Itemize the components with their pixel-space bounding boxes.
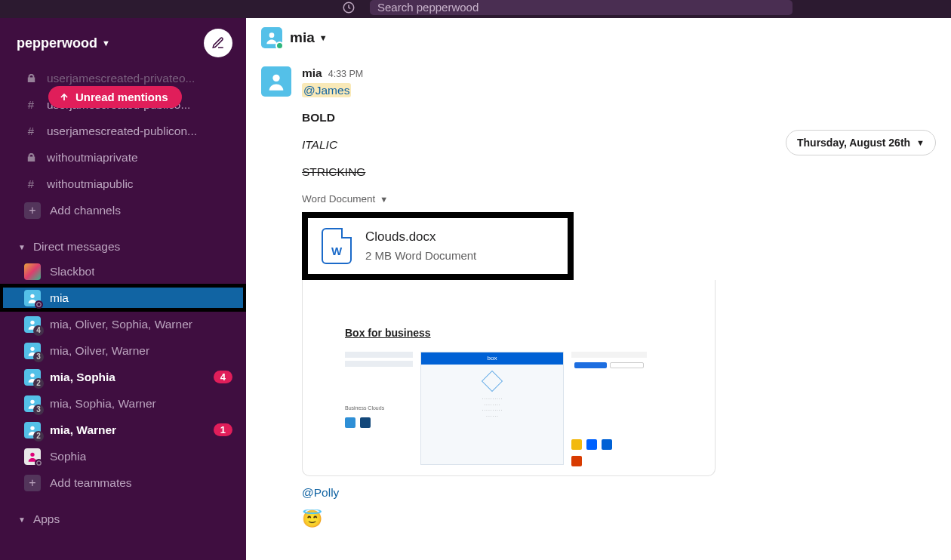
channel-item[interactable]: # withoutmiapublic [0,171,246,197]
date-divider[interactable]: Thursday, August 26th ▼ [786,130,936,155]
dm-name: mia, Oilver, Warner [50,344,149,358]
hash-icon: # [24,177,38,190]
strike-text: STRICKING [302,163,936,181]
svg-point-8 [269,32,275,38]
dm-item-sophia[interactable]: Sophia [0,443,246,469]
message-timestamp[interactable]: 4:33 PM [328,69,364,79]
plus-icon: + [24,202,41,219]
bold-text: BOLD [302,109,936,127]
avatar: 2 [24,369,41,386]
caret-down-icon: ▼ [18,515,26,524]
compose-button[interactable] [204,29,232,57]
search-input[interactable]: Search pepperwood [370,0,792,15]
word-doc-icon: W [322,228,352,264]
dm-name: mia [50,291,69,305]
conversation-header: mia ▼ [246,18,951,57]
add-teammates-button[interactable]: + Add teammates [0,469,246,496]
dm-header-label: Direct messages [33,240,120,254]
svg-point-6 [30,426,34,429]
avatar: 3 [24,395,41,412]
presence-indicator [35,300,43,309]
svg-point-2 [30,320,34,324]
file-name: Clouds.docx [365,227,476,247]
hash-icon: # [24,125,38,137]
apps-header-label: Apps [33,512,60,526]
plus-icon: + [24,475,41,491]
lock-icon: 🔒︎ [24,72,38,85]
date-label: Thursday, August 26th [797,137,910,149]
sidebar: pepperwood ▼ Unread mentions 🔒︎ userjame… [0,18,246,560]
svg-point-9 [272,75,279,82]
preview-pane-right [571,352,647,465]
avatar: 2 [24,422,41,438]
preview-body: Business Clouds box [345,352,672,465]
member-count: 3 [33,352,44,362]
channel-name: userjamescreated-privateo... [47,72,195,85]
top-bar: Search pepperwood [0,0,951,18]
caret-down-icon: ▼ [380,193,388,206]
file-attachment-card[interactable]: W Clouds.docx 2 MB Word Document [302,212,574,280]
channel-name: withoutmiaprivate [47,151,138,165]
svg-point-7 [30,452,34,456]
avatar [24,448,41,465]
main-panel: mia ▼ Thursday, August 26th ▼ mia [246,18,951,560]
add-channels-button[interactable]: + Add channels [0,197,246,223]
message-author[interactable]: mia [302,66,322,80]
history-icon[interactable] [342,1,355,17]
channel-item[interactable]: # userjamescreated-publicon... [0,118,246,144]
add-channels-label: Add channels [50,204,121,217]
document-preview[interactable]: Box for business Business Clouds [302,280,716,476]
emoji-angel: 😇 [302,506,936,532]
workspace-name: pepperwood [17,35,97,51]
dm-item-group[interactable]: 4 mia, Oliver, Sophia, Warner [0,311,246,337]
svg-point-1 [30,294,34,297]
member-count: 4 [33,325,44,336]
avatar: 4 [24,316,41,333]
dm-name: mia, Warner [50,423,116,437]
avatar [24,263,41,280]
conversation-title: mia [290,29,315,46]
unread-mentions-pill[interactable]: Unread mentions [48,86,182,108]
file-meta: 2 MB Word Document [365,247,476,264]
workspace-switcher[interactable]: pepperwood ▼ [17,35,110,51]
dm-item-group[interactable]: 2 mia, Sophia 4 [0,364,246,390]
dm-name: mia, Sophia [50,371,115,384]
dm-name: mia, Sophia, Warner [50,397,156,411]
dm-name: Sophia [50,450,86,463]
dm-item-slackbot[interactable]: Slackbot [0,258,246,285]
caret-down-icon: ▼ [18,243,26,251]
mention[interactable]: @James [302,83,351,97]
lock-icon: 🔒︎ [24,151,38,164]
preview-heading: Box for business [345,325,672,342]
dm-item-group[interactable]: 3 mia, Sophia, Warner [0,390,246,417]
message-list: Thursday, August 26th ▼ mia 4:33 PM @Jam… [246,57,951,560]
dm-item-group[interactable]: 2 mia, Warner 1 [0,417,246,443]
file-type-label[interactable]: Word Document ▼ [302,192,936,208]
member-count: 2 [33,431,44,442]
dm-name: mia, Oliver, Sophia, Warner [50,318,192,331]
svg-point-3 [30,346,34,350]
dm-item-group[interactable]: 3 mia, Oilver, Warner [0,337,246,364]
preview-pane-mid: box · · · · · · · · · · · · · · · · · · … [420,352,564,465]
channel-name: withoutmiapublic [47,177,134,191]
channel-item[interactable]: 🔒︎ withoutmiaprivate [0,144,246,171]
chevron-down-icon: ▼ [916,138,925,147]
presence-indicator [35,459,43,467]
mention[interactable]: @Polly [302,486,339,499]
dm-name: Slackbot [50,265,94,278]
hash-icon: # [24,98,38,111]
unread-label: Unread mentions [75,91,168,103]
dm-section-header[interactable]: ▼ Direct messages [0,234,246,258]
apps-section-header[interactable]: ▼ Apps [0,506,246,531]
conversation-title-button[interactable]: mia ▼ [290,29,328,46]
dm-item-mia[interactable]: mia [0,285,246,311]
avatar[interactable] [261,66,291,97]
member-count: 2 [33,378,44,389]
chevron-down-icon: ▼ [319,33,328,42]
svg-point-5 [30,399,34,403]
avatar [261,27,282,48]
chevron-down-icon: ▼ [102,38,110,48]
avatar [24,290,41,306]
member-count: 3 [33,405,44,415]
unread-badge: 1 [214,423,232,436]
